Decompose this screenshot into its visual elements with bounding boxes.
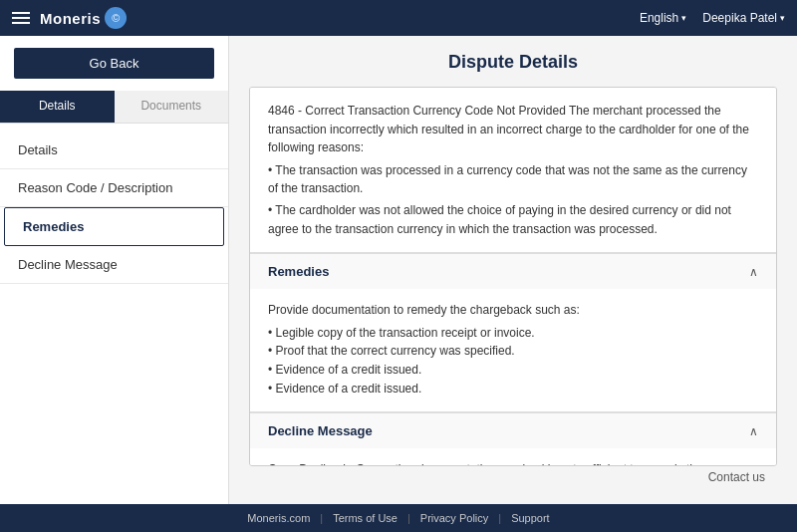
remedies-bullet-4: • Evidence of a credit issued.	[268, 380, 758, 399]
nav-item-reason-code[interactable]: Reason Code / Description	[0, 169, 228, 207]
footer: Moneris.com | Terms of Use | Privacy Pol…	[0, 504, 797, 532]
decline-message-section: Decline Message ∧ Case Declined - Suppor…	[250, 412, 776, 466]
nav-item-decline-message[interactable]: Decline Message	[0, 246, 228, 284]
footer-link-moneris[interactable]: Moneris.com	[247, 512, 310, 524]
go-back-button[interactable]: Go Back	[14, 48, 214, 79]
language-label: English	[640, 11, 678, 25]
header-right: English ▾ Deepika Patel ▾	[640, 11, 785, 25]
page-title: Dispute Details	[249, 52, 777, 73]
remedies-header[interactable]: Remedies ∧	[250, 253, 776, 289]
decline-intro: Case Declined - Supporting documentation…	[268, 462, 703, 466]
content-area: Dispute Details 4846 - Correct Transacti…	[229, 36, 797, 504]
remedies-intro: Provide documentation to remedy the char…	[268, 303, 580, 317]
tab-documents[interactable]: Documents	[115, 91, 229, 123]
contact-us-area: Contact us	[249, 466, 777, 488]
remedies-content: Provide documentation to remedy the char…	[250, 289, 776, 411]
user-chevron-icon: ▾	[780, 13, 785, 23]
nav-list: Details Reason Code / Description Remedi…	[0, 132, 228, 284]
intro-text-block: 4846 - Correct Transaction Currency Code…	[250, 88, 776, 252]
decline-chevron-icon: ∧	[749, 424, 758, 438]
remedies-title: Remedies	[268, 264, 329, 279]
footer-link-support[interactable]: Support	[511, 512, 550, 524]
footer-link-privacy[interactable]: Privacy Policy	[420, 512, 488, 524]
nav-item-remedies[interactable]: Remedies	[4, 207, 224, 246]
intro-bullet-2: • The cardholder was not allowed the cho…	[268, 201, 758, 238]
header-left: Moneris ©	[12, 7, 127, 29]
logo-text: Moneris	[40, 10, 101, 27]
detail-card: 4846 - Correct Transaction Currency Code…	[249, 87, 777, 466]
language-selector[interactable]: English ▾	[640, 11, 686, 25]
intro-section: 4846 - Correct Transaction Currency Code…	[250, 88, 776, 253]
intro-bullet-1: • The transaction was processed in a cur…	[268, 161, 758, 198]
tabs-row: Details Documents	[0, 91, 228, 124]
card-wrapper: 4846 - Correct Transaction Currency Code…	[249, 87, 777, 488]
decline-content: Case Declined - Supporting documentation…	[250, 448, 776, 466]
tab-details[interactable]: Details	[0, 91, 115, 123]
intro-text: 4846 - Correct Transaction Currency Code…	[268, 104, 749, 154]
user-name-label: Deepika Patel	[702, 11, 777, 25]
header: Moneris © English ▾ Deepika Patel ▾	[0, 0, 797, 36]
decline-title: Decline Message	[268, 423, 373, 438]
remedies-bullet-2: • Proof that the correct currency was sp…	[268, 342, 758, 361]
footer-link-terms[interactable]: Terms of Use	[333, 512, 398, 524]
language-chevron-icon: ▾	[681, 13, 686, 23]
sidebar: Go Back Details Documents Details Reason…	[0, 36, 229, 504]
remedies-chevron-icon: ∧	[749, 265, 758, 279]
user-menu[interactable]: Deepika Patel ▾	[702, 11, 785, 25]
remedies-bullet-3: • Evidence of a credit issued.	[268, 361, 758, 380]
logo-icon: ©	[105, 7, 127, 29]
remedies-bullet-1: • Legible copy of the transaction receip…	[268, 324, 758, 343]
logo: Moneris ©	[40, 7, 127, 29]
nav-item-details[interactable]: Details	[0, 132, 228, 169]
remedies-section: Remedies ∧ Provide documentation to reme…	[250, 253, 776, 412]
decline-header[interactable]: Decline Message ∧	[250, 412, 776, 448]
hamburger-menu[interactable]	[12, 12, 30, 24]
contact-us-button[interactable]: Contact us	[708, 470, 765, 484]
main-container: Go Back Details Documents Details Reason…	[0, 36, 797, 504]
